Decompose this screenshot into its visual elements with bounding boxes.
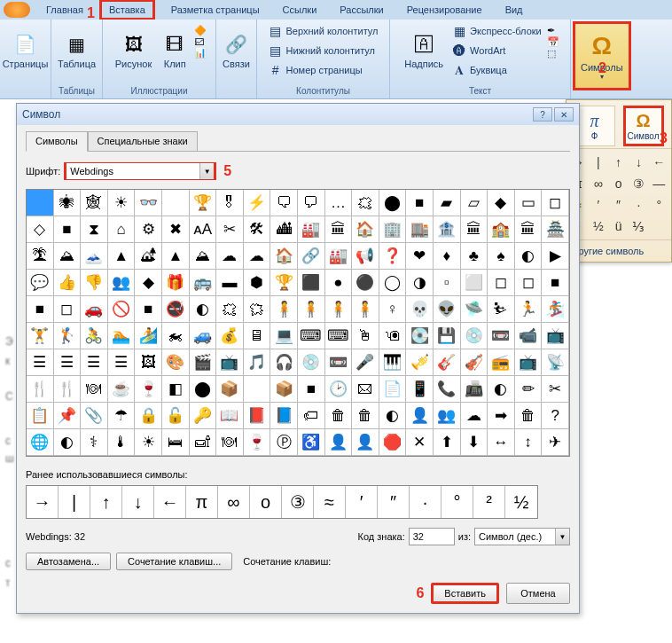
char-cell[interactable]: 📼 <box>325 349 353 376</box>
char-cell[interactable]: 🧍 <box>325 296 353 323</box>
char-cell[interactable]: ◑ <box>406 270 434 296</box>
char-cell[interactable]: 🎻 <box>461 349 488 376</box>
char-cell[interactable]: 🖂 <box>352 376 379 403</box>
recent-cell[interactable]: ↑ <box>90 486 122 518</box>
recent-cell[interactable]: → <box>27 486 59 518</box>
char-cell[interactable]: 👤 <box>406 403 434 429</box>
char-cell[interactable]: ☁ <box>461 403 488 429</box>
char-cell[interactable]: 🏆 <box>270 270 298 296</box>
dropdown-sym[interactable]: — <box>651 174 667 193</box>
char-cell[interactable]: 🏬 <box>406 216 434 243</box>
dropdown-sym[interactable]: ″ <box>611 195 627 215</box>
char-cell[interactable]: 📕 <box>244 403 271 429</box>
char-cell[interactable]: 🔗 <box>298 243 325 270</box>
char-cell[interactable]: ⛷ <box>488 296 515 323</box>
char-cell[interactable]: ▭ <box>515 190 543 216</box>
char-cell[interactable]: 🏋 <box>27 323 54 349</box>
char-cell[interactable]: 💰 <box>216 323 244 349</box>
char-cell[interactable]: ⚫ <box>352 270 379 296</box>
char-cell[interactable]: 🍴 <box>27 376 54 403</box>
char-cell[interactable]: 🎬 <box>190 349 217 376</box>
char-cell[interactable]: ◐ <box>379 403 407 429</box>
recent-cell[interactable]: π <box>186 486 218 518</box>
tab-review[interactable]: Рецензирование <box>400 2 489 18</box>
char-cell[interactable]: 🖱 <box>352 323 379 349</box>
char-cell[interactable]: 🗑 <box>325 403 353 429</box>
recent-cell[interactable]: ² <box>473 486 505 518</box>
dropdown-sym[interactable]: ③ <box>630 174 646 193</box>
char-cell[interactable]: ☀ <box>108 190 136 216</box>
char-cell[interactable]: 🚙 <box>190 323 217 349</box>
recent-cell[interactable]: ≈ <box>314 486 346 518</box>
char-cell[interactable]: 🌡 <box>108 429 136 456</box>
char-cell[interactable]: 🗑 <box>352 403 379 429</box>
char-cell[interactable]: 🏠 <box>270 243 298 270</box>
char-cell[interactable]: ☰ <box>27 349 54 376</box>
dropdown-sym[interactable]: ∞ <box>590 174 606 193</box>
dropdown-sym[interactable]: ↓ <box>630 153 646 172</box>
header-button[interactable]: ▤Верхний колонтитул <box>265 21 382 41</box>
char-cell[interactable]: 🌐 <box>27 429 54 456</box>
char-cell[interactable]: ☰ <box>81 349 108 376</box>
from-input[interactable] <box>475 529 555 545</box>
recent-cell[interactable]: ο <box>250 486 282 518</box>
char-cell[interactable]: ↕ <box>515 429 543 456</box>
char-cell[interactable]: ➡ <box>488 403 515 429</box>
char-cell[interactable]: 🍷 <box>135 376 162 403</box>
char-cell[interactable]: 💿 <box>461 323 488 349</box>
char-cell[interactable]: 🏌 <box>54 323 82 349</box>
char-cell[interactable]: 💀 <box>406 296 434 323</box>
char-cell[interactable]: ? <box>542 403 569 429</box>
char-cell[interactable]: ⧗ <box>81 216 108 243</box>
char-cell[interactable]: 🎤 <box>352 349 379 376</box>
char-cell[interactable]: 🍴 <box>54 376 82 403</box>
pagenum-button[interactable]: #Номер страницы <box>265 60 366 80</box>
char-cell[interactable]: 📡 <box>542 349 569 376</box>
char-cell[interactable]: 🏕 <box>135 243 162 270</box>
char-cell[interactable]: 💾 <box>434 323 461 349</box>
char-cell[interactable]: 🏃 <box>515 296 543 323</box>
char-cell[interactable]: 🗩 <box>298 190 325 216</box>
char-cell[interactable]: 📢 <box>352 243 379 270</box>
char-cell[interactable]: ♀ <box>379 296 407 323</box>
char-cell[interactable]: ■ <box>406 190 434 216</box>
char-cell[interactable]: … <box>325 190 353 216</box>
char-cell[interactable]: 🚫 <box>108 296 136 323</box>
close-button[interactable]: ✕ <box>554 107 574 122</box>
char-cell[interactable]: 🍷 <box>244 429 271 456</box>
char-cell[interactable]: ◐ <box>515 243 543 270</box>
recent-cell[interactable]: · <box>410 486 441 518</box>
char-cell[interactable]: 📦 <box>270 376 298 403</box>
char-cell[interactable]: 🛸 <box>461 296 488 323</box>
char-cell[interactable]: 🍽 <box>81 376 108 403</box>
equation-button[interactable]: π Ф <box>574 106 615 146</box>
char-cell[interactable]: 💽 <box>406 323 434 349</box>
char-cell[interactable]: ✖ <box>162 216 190 243</box>
char-cell[interactable]: 🕸 <box>81 190 108 216</box>
char-cell[interactable]: ♠ <box>488 243 515 270</box>
char-cell[interactable]: 🚴 <box>81 323 108 349</box>
char-cell[interactable]: ■ <box>298 376 325 403</box>
char-cell[interactable]: ◇ <box>27 216 54 243</box>
char-cell[interactable]: 👤 <box>352 429 379 456</box>
cancel-button[interactable]: Отмена <box>506 583 570 604</box>
char-cell[interactable]: ⛰ <box>190 243 217 270</box>
char-cell[interactable] <box>162 190 190 216</box>
char-cell[interactable]: ⬢ <box>244 270 271 296</box>
char-cell[interactable]: 🛠 <box>244 216 271 243</box>
char-cell[interactable]: ⬛ <box>298 270 325 296</box>
char-cell[interactable]: ⬤ <box>190 376 217 403</box>
chart-icon[interactable]: 📊 <box>194 47 207 59</box>
dropdown-sym[interactable]: ½ <box>590 216 606 236</box>
tab-insert[interactable]: Вставка <box>99 0 155 20</box>
char-cell[interactable]: 🔓 <box>162 403 190 429</box>
tab-special[interactable]: Специальные знаки <box>88 131 198 152</box>
char-cell[interactable]: 📄 <box>379 376 407 403</box>
char-cell[interactable]: 📺 <box>542 323 569 349</box>
char-cell[interactable] <box>27 190 54 216</box>
char-cell[interactable]: 🍽 <box>216 429 244 456</box>
char-cell[interactable]: 🧍 <box>270 296 298 323</box>
dropdown-sym[interactable]: ′ <box>590 195 606 215</box>
char-cell[interactable]: 🏆 <box>190 190 217 216</box>
wordart-button[interactable]: 🅐WordArt <box>449 41 545 60</box>
